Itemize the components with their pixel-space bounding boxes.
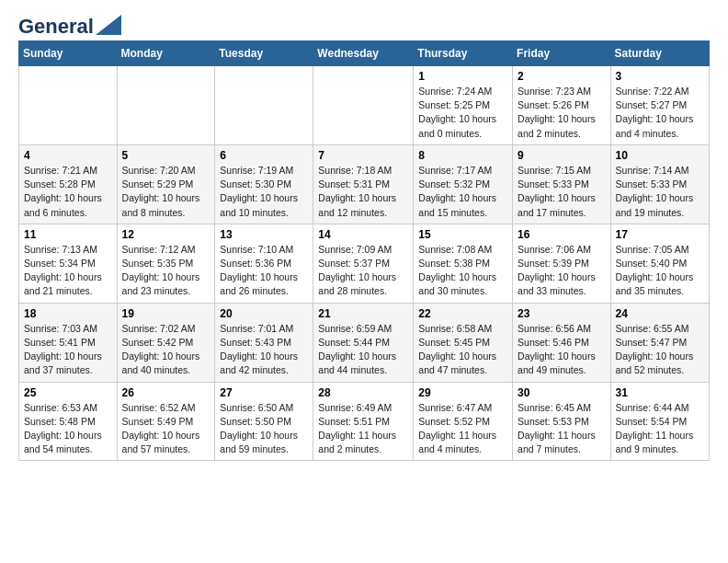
calendar-header-monday: Monday xyxy=(117,41,215,66)
day-info: Sunrise: 6:47 AM Sunset: 5:52 PM Dayligh… xyxy=(418,401,507,457)
day-info: Sunrise: 7:18 AM Sunset: 5:31 PM Dayligh… xyxy=(318,164,408,220)
day-number: 18 xyxy=(24,307,112,320)
calendar-week-row: 11Sunrise: 7:13 AM Sunset: 5:34 PM Dayli… xyxy=(19,224,710,303)
calendar-cell: 1Sunrise: 7:24 AM Sunset: 5:25 PM Daylig… xyxy=(414,66,513,145)
day-info: Sunrise: 7:03 AM Sunset: 5:41 PM Dayligh… xyxy=(24,322,112,378)
logo: General xyxy=(18,15,121,33)
day-number: 5 xyxy=(122,149,210,162)
day-number: 27 xyxy=(220,386,308,399)
day-number: 4 xyxy=(24,149,112,162)
day-number: 31 xyxy=(616,386,704,399)
day-info: Sunrise: 7:13 AM Sunset: 5:34 PM Dayligh… xyxy=(24,243,112,299)
calendar-cell: 31Sunrise: 6:44 AM Sunset: 5:54 PM Dayli… xyxy=(610,382,709,461)
day-number: 10 xyxy=(616,149,704,162)
calendar-week-row: 1Sunrise: 7:24 AM Sunset: 5:25 PM Daylig… xyxy=(19,66,710,145)
calendar-header-sunday: Sunday xyxy=(19,41,118,66)
svg-marker-0 xyxy=(96,15,121,35)
calendar-cell: 11Sunrise: 7:13 AM Sunset: 5:34 PM Dayli… xyxy=(19,224,118,303)
day-number: 23 xyxy=(518,307,606,320)
calendar-cell: 2Sunrise: 7:23 AM Sunset: 5:26 PM Daylig… xyxy=(513,66,611,145)
calendar-cell: 16Sunrise: 7:06 AM Sunset: 5:39 PM Dayli… xyxy=(513,224,611,303)
day-info: Sunrise: 7:17 AM Sunset: 5:32 PM Dayligh… xyxy=(418,164,507,220)
calendar-cell: 28Sunrise: 6:49 AM Sunset: 5:51 PM Dayli… xyxy=(313,382,414,461)
day-info: Sunrise: 6:56 AM Sunset: 5:46 PM Dayligh… xyxy=(518,322,606,378)
day-info: Sunrise: 7:06 AM Sunset: 5:39 PM Dayligh… xyxy=(518,243,606,299)
day-number: 30 xyxy=(518,386,606,399)
calendar-cell: 6Sunrise: 7:19 AM Sunset: 5:30 PM Daylig… xyxy=(215,144,313,224)
day-info: Sunrise: 6:58 AM Sunset: 5:45 PM Dayligh… xyxy=(418,322,507,378)
day-number: 12 xyxy=(122,228,210,241)
day-info: Sunrise: 7:21 AM Sunset: 5:28 PM Dayligh… xyxy=(24,164,112,220)
day-number: 6 xyxy=(220,149,308,162)
day-number: 22 xyxy=(418,307,507,320)
calendar-cell: 12Sunrise: 7:12 AM Sunset: 5:35 PM Dayli… xyxy=(117,224,215,303)
day-number: 24 xyxy=(616,307,704,320)
calendar-cell: 30Sunrise: 6:45 AM Sunset: 5:53 PM Dayli… xyxy=(513,382,611,461)
calendar-cell: 17Sunrise: 7:05 AM Sunset: 5:40 PM Dayli… xyxy=(610,224,709,303)
calendar-cell: 4Sunrise: 7:21 AM Sunset: 5:28 PM Daylig… xyxy=(19,144,118,224)
day-info: Sunrise: 6:59 AM Sunset: 5:44 PM Dayligh… xyxy=(318,322,408,378)
day-info: Sunrise: 7:02 AM Sunset: 5:42 PM Dayligh… xyxy=(122,322,210,378)
calendar-week-row: 18Sunrise: 7:03 AM Sunset: 5:41 PM Dayli… xyxy=(19,303,710,382)
day-number: 2 xyxy=(518,70,606,83)
calendar-header-row: SundayMondayTuesdayWednesdayThursdayFrid… xyxy=(19,41,710,66)
calendar-header-wednesday: Wednesday xyxy=(313,41,414,66)
day-number: 19 xyxy=(122,307,210,320)
day-info: Sunrise: 6:45 AM Sunset: 5:53 PM Dayligh… xyxy=(518,401,606,457)
calendar-cell: 29Sunrise: 6:47 AM Sunset: 5:52 PM Dayli… xyxy=(414,382,513,461)
calendar-cell xyxy=(117,66,215,145)
calendar-cell: 23Sunrise: 6:56 AM Sunset: 5:46 PM Dayli… xyxy=(513,303,611,382)
calendar-cell: 27Sunrise: 6:50 AM Sunset: 5:50 PM Dayli… xyxy=(215,382,313,461)
day-number: 16 xyxy=(518,228,606,241)
calendar-cell: 5Sunrise: 7:20 AM Sunset: 5:29 PM Daylig… xyxy=(117,144,215,224)
day-info: Sunrise: 7:24 AM Sunset: 5:25 PM Dayligh… xyxy=(418,85,507,141)
calendar-week-row: 4Sunrise: 7:21 AM Sunset: 5:28 PM Daylig… xyxy=(19,144,710,224)
calendar-header-saturday: Saturday xyxy=(610,41,709,66)
day-info: Sunrise: 7:12 AM Sunset: 5:35 PM Dayligh… xyxy=(122,243,210,299)
logo-general: General xyxy=(18,15,94,39)
day-info: Sunrise: 7:15 AM Sunset: 5:33 PM Dayligh… xyxy=(518,164,606,220)
calendar-cell: 20Sunrise: 7:01 AM Sunset: 5:43 PM Dayli… xyxy=(215,303,313,382)
day-info: Sunrise: 6:55 AM Sunset: 5:47 PM Dayligh… xyxy=(616,322,704,378)
calendar-cell: 8Sunrise: 7:17 AM Sunset: 5:32 PM Daylig… xyxy=(414,144,513,224)
day-number: 26 xyxy=(122,386,210,399)
day-info: Sunrise: 7:01 AM Sunset: 5:43 PM Dayligh… xyxy=(220,322,308,378)
day-number: 3 xyxy=(616,70,704,83)
calendar-cell: 10Sunrise: 7:14 AM Sunset: 5:33 PM Dayli… xyxy=(610,144,709,224)
calendar-cell: 26Sunrise: 6:52 AM Sunset: 5:49 PM Dayli… xyxy=(117,382,215,461)
calendar-header-thursday: Thursday xyxy=(414,41,513,66)
day-info: Sunrise: 7:20 AM Sunset: 5:29 PM Dayligh… xyxy=(122,164,210,220)
day-number: 29 xyxy=(418,386,507,399)
day-number: 7 xyxy=(318,149,408,162)
day-info: Sunrise: 7:22 AM Sunset: 5:27 PM Dayligh… xyxy=(616,85,704,141)
day-info: Sunrise: 7:23 AM Sunset: 5:26 PM Dayligh… xyxy=(518,85,606,141)
day-number: 21 xyxy=(318,307,408,320)
calendar-cell: 25Sunrise: 6:53 AM Sunset: 5:48 PM Dayli… xyxy=(19,382,118,461)
calendar-cell: 9Sunrise: 7:15 AM Sunset: 5:33 PM Daylig… xyxy=(513,144,611,224)
day-number: 17 xyxy=(616,228,704,241)
day-info: Sunrise: 6:49 AM Sunset: 5:51 PM Dayligh… xyxy=(318,401,408,457)
calendar-cell: 22Sunrise: 6:58 AM Sunset: 5:45 PM Dayli… xyxy=(414,303,513,382)
day-number: 8 xyxy=(418,149,507,162)
calendar-cell: 15Sunrise: 7:08 AM Sunset: 5:38 PM Dayli… xyxy=(414,224,513,303)
calendar-cell: 24Sunrise: 6:55 AM Sunset: 5:47 PM Dayli… xyxy=(610,303,709,382)
day-number: 1 xyxy=(418,70,507,83)
day-number: 20 xyxy=(220,307,308,320)
calendar-table: SundayMondayTuesdayWednesdayThursdayFrid… xyxy=(18,40,710,461)
day-number: 15 xyxy=(418,228,507,241)
day-info: Sunrise: 6:52 AM Sunset: 5:49 PM Dayligh… xyxy=(122,401,210,457)
calendar-cell: 13Sunrise: 7:10 AM Sunset: 5:36 PM Dayli… xyxy=(215,224,313,303)
calendar-cell xyxy=(313,66,414,145)
day-info: Sunrise: 7:14 AM Sunset: 5:33 PM Dayligh… xyxy=(616,164,704,220)
day-number: 28 xyxy=(318,386,408,399)
header: General xyxy=(18,15,710,33)
day-info: Sunrise: 6:44 AM Sunset: 5:54 PM Dayligh… xyxy=(616,401,704,457)
day-number: 14 xyxy=(318,228,408,241)
day-info: Sunrise: 7:19 AM Sunset: 5:30 PM Dayligh… xyxy=(220,164,308,220)
calendar-cell: 14Sunrise: 7:09 AM Sunset: 5:37 PM Dayli… xyxy=(313,224,414,303)
logo-arrow-icon xyxy=(96,15,121,35)
calendar-cell: 21Sunrise: 6:59 AM Sunset: 5:44 PM Dayli… xyxy=(313,303,414,382)
calendar-header-friday: Friday xyxy=(513,41,611,66)
day-info: Sunrise: 7:05 AM Sunset: 5:40 PM Dayligh… xyxy=(616,243,704,299)
day-info: Sunrise: 7:10 AM Sunset: 5:36 PM Dayligh… xyxy=(220,243,308,299)
